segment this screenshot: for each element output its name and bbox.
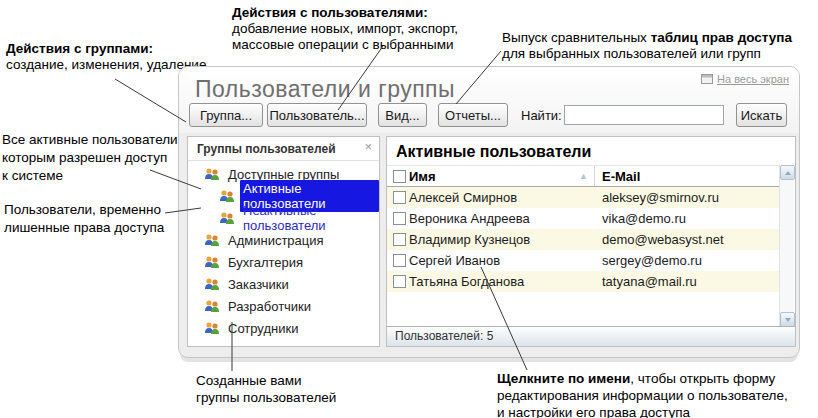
sidebar-item-administration[interactable]: Администрация [188,229,379,251]
sidebar-item-accounting[interactable]: Бухгалтерия [188,251,379,273]
annotation-click-name-rest: , чтобы открыть форму [630,371,775,386]
close-icon[interactable]: × [364,140,372,154]
group-icon [204,321,220,335]
annotation-click-name-bold: Щелкните по имени [497,371,630,386]
user-name: Вероника Андреева [409,211,530,226]
sidebar-item-label: Администрация [225,232,327,249]
user-name: Алексей Смирнов [409,190,517,205]
annotation-active-users: Все активные пользователи, которым разре… [2,131,181,185]
row-checkbox[interactable] [393,275,406,288]
annotation-your-groups-line2: группы пользователей [196,389,336,406]
annotation-active-users-line1: Все активные пользователи, [2,131,181,149]
table-footer: Пользователей: 5 [387,326,795,346]
scroll-up-button[interactable] [780,165,795,180]
groups-sidebar: Группы пользователей × Доступные группы … [187,136,380,347]
user-name: Татьяна Богданова [409,274,524,289]
user-name-link[interactable]: Владимир Кузнецов [409,232,595,247]
group-icon [204,277,220,291]
row-checkbox[interactable] [393,254,406,267]
table-row[interactable]: Алексей Смирнов aleksey@smirnov.ru [387,187,780,208]
row-check-cell [387,275,409,288]
user-email: sergey@demo.ru [595,253,780,268]
annotation-reports-pre: Выпуск сравнительных [502,30,651,45]
annotation-reports: Выпуск сравнительных таблиц прав доступа… [502,30,792,62]
sidebar-item-customers[interactable]: Заказчики [188,273,379,295]
reports-button[interactable]: Отчеты... [438,103,508,127]
connector-groups-button [115,79,186,122]
annotation-user-actions-title: Действия с пользователями: [232,5,428,20]
arrow-down-icon [785,318,791,322]
annotation-user-actions-line1: добавление новых, импорт, экспорт, [232,21,458,37]
row-checkbox[interactable] [393,191,406,204]
row-check-cell [387,191,409,204]
table-row[interactable]: Татьяна Богданова tatyana@mail.ru [387,271,780,292]
annotation-your-groups-line1: Созданные вами [196,372,336,389]
page-title: Пользователи и группы [195,76,455,103]
annotation-reports-line2: для выбранных пользователей или групп [502,46,792,62]
table-scrollbar[interactable] [779,165,794,327]
arrow-up-icon [785,171,791,175]
table-row[interactable]: Владимир Кузнецов demo@webasyst.net [387,229,780,250]
group-icon [204,233,220,247]
annotation-user-actions-line2: массовые операции с выбранными [232,37,458,53]
annotation-inactive-users: Пользователи, временно лишенные права до… [4,201,164,237]
sidebar-item-developers[interactable]: Разработчики [188,295,379,317]
column-header-email-label: E-Mail [602,169,640,184]
table-body: Алексей Смирнов aleksey@smirnov.ru Верон… [387,187,780,292]
fullscreen-link-label: На весь экран [717,73,789,85]
scroll-down-button[interactable] [780,312,795,327]
table-row[interactable]: Сергей Иванов sergey@demo.ru [387,250,780,271]
sidebar-title: Группы пользователей [197,142,336,156]
sidebar-header: Группы пользователей × [188,137,379,161]
fullscreen-link[interactable]: На весь экран [701,73,789,85]
sort-asc-icon: ▲ [579,172,588,181]
annotation-group-actions: Действия с группами: создание, изменения… [6,41,206,73]
column-header-name[interactable]: Имя ▲ [409,166,595,186]
group-icon [204,299,220,313]
select-all-checkbox[interactable] [393,170,406,183]
user-name: Сергей Иванов [409,253,500,268]
column-header-name-label: Имя [409,169,436,184]
user-name: Владимир Кузнецов [409,232,530,247]
table-heading: Активные пользователи [396,143,591,161]
group-icon [204,255,220,269]
user-name-link[interactable]: Сергей Иванов [409,253,595,268]
sidebar-item-label: Разработчики [225,298,314,315]
user-name-link[interactable]: Вероника Андреева [409,211,595,226]
view-button[interactable]: Вид... [378,103,427,127]
annotation-click-name: Щелкните по имени, чтобы открыть форму р… [497,370,788,418]
users-table-panel: Активные пользователи Имя ▲ E-Mail Алекс… [386,136,796,347]
row-check-cell [387,212,409,225]
annotation-active-users-line2: которым разрешен доступ [2,149,181,167]
search-label: Найти: [521,108,562,123]
user-email: tatyana@mail.ru [595,274,780,289]
sidebar-item-label: Бухгалтерия [225,254,306,271]
group-button[interactable]: Группа... [189,103,263,127]
annotation-group-actions-title: Действия с группами: [6,41,153,56]
fullscreen-icon [701,74,713,84]
group-icon [204,167,220,181]
annotation-group-actions-body: создание, изменения, удаление [6,57,206,73]
annotation-your-groups: Созданные вами группы пользователей [196,372,336,406]
user-button[interactable]: Пользователь... [267,103,367,127]
sidebar-item-staff[interactable]: Сотрудники [188,317,379,339]
search-input[interactable] [564,105,724,125]
row-checkbox[interactable] [393,212,406,225]
sidebar-item-inactive-users[interactable]: Неактивные пользователи [188,207,379,229]
annotation-click-name-line3: и настройки его права доступа [497,404,788,418]
user-name-link[interactable]: Татьяна Богданова [409,274,595,289]
table-row[interactable]: Вероника Андреева vika@demo.ru [387,208,780,229]
annotation-inactive-users-line2: лишенные права доступа [4,219,164,237]
group-icon [219,189,235,203]
group-icon [219,211,235,225]
table-header-row: Имя ▲ E-Mail [387,165,780,187]
select-all-cell [387,170,409,183]
column-header-email[interactable]: E-Mail [595,169,780,184]
annotation-click-name-line2: редактирования информации о пользователе… [497,387,788,404]
screenshot-root: Действия с группами: создание, изменения… [0,0,818,418]
search-button[interactable]: Искать [736,103,787,127]
sidebar-item-label: Сотрудники [225,320,301,337]
user-name-link[interactable]: Алексей Смирнов [409,190,595,205]
row-checkbox[interactable] [393,233,406,246]
sidebar-item-label: Заказчики [225,276,292,293]
